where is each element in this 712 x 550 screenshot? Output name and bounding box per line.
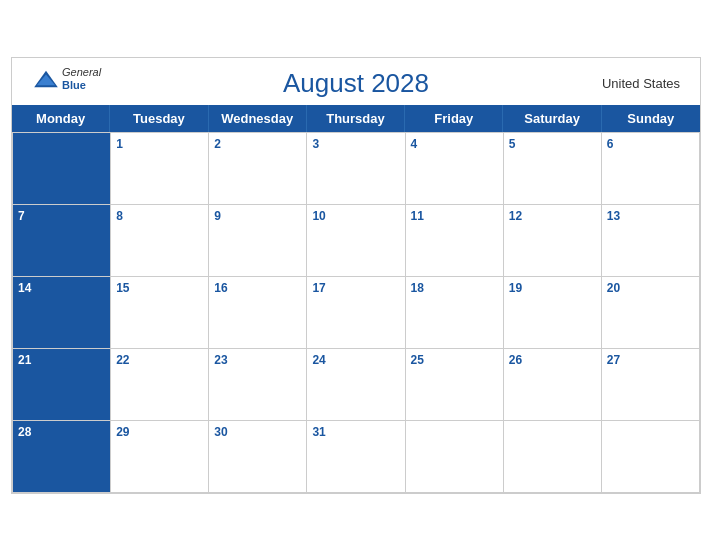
calendar-grid: 1234567891011121314151617181920212223242… xyxy=(12,132,700,493)
day-number: 3 xyxy=(312,137,399,151)
day-number: 30 xyxy=(214,425,301,439)
day-number: 5 xyxy=(509,137,596,151)
day-cell: 8 xyxy=(111,205,209,277)
day-number: 31 xyxy=(312,425,399,439)
day-number: 20 xyxy=(607,281,694,295)
day-cell xyxy=(406,421,504,493)
day-number: 22 xyxy=(116,353,203,367)
day-number: 10 xyxy=(312,209,399,223)
day-cell xyxy=(602,421,700,493)
logo-icon xyxy=(32,69,60,89)
day-cell: 16 xyxy=(209,277,307,349)
header-saturday: Saturday xyxy=(503,105,601,132)
calendar-header: General Blue August 2028 United States xyxy=(12,58,700,105)
day-number: 1 xyxy=(116,137,203,151)
day-number: 29 xyxy=(116,425,203,439)
day-cell: 30 xyxy=(209,421,307,493)
day-cell: 29 xyxy=(111,421,209,493)
day-cell: 26 xyxy=(504,349,602,421)
day-cell: 4 xyxy=(406,133,504,205)
header-friday: Friday xyxy=(405,105,503,132)
day-headers: Monday Tuesday Wednesday Thursday Friday… xyxy=(12,105,700,132)
day-cell: 10 xyxy=(307,205,405,277)
logo: General Blue xyxy=(32,66,101,92)
day-cell: 24 xyxy=(307,349,405,421)
day-cell: 12 xyxy=(504,205,602,277)
day-cell: 11 xyxy=(406,205,504,277)
country-label: United States xyxy=(602,76,680,91)
day-number: 15 xyxy=(116,281,203,295)
logo-general-text: General xyxy=(62,66,101,79)
day-cell: 2 xyxy=(209,133,307,205)
day-cell: 17 xyxy=(307,277,405,349)
day-cell: 21 xyxy=(13,349,111,421)
day-number: 16 xyxy=(214,281,301,295)
day-cell: 18 xyxy=(406,277,504,349)
day-cell: 7 xyxy=(13,205,111,277)
header-monday: Monday xyxy=(12,105,110,132)
header-sunday: Sunday xyxy=(602,105,700,132)
day-cell xyxy=(13,133,111,205)
day-cell: 22 xyxy=(111,349,209,421)
page-title: August 2028 xyxy=(283,68,429,99)
day-number: 24 xyxy=(312,353,399,367)
day-number: 12 xyxy=(509,209,596,223)
day-number: 26 xyxy=(509,353,596,367)
day-cell: 6 xyxy=(602,133,700,205)
day-number: 23 xyxy=(214,353,301,367)
day-number: 2 xyxy=(214,137,301,151)
day-number: 9 xyxy=(214,209,301,223)
day-number: 8 xyxy=(116,209,203,223)
day-cell: 15 xyxy=(111,277,209,349)
calendar: General Blue August 2028 United States M… xyxy=(11,57,701,494)
day-cell: 20 xyxy=(602,277,700,349)
logo-blue-text: Blue xyxy=(62,79,101,92)
day-cell: 5 xyxy=(504,133,602,205)
day-number: 17 xyxy=(312,281,399,295)
day-number: 25 xyxy=(411,353,498,367)
day-number: 14 xyxy=(18,281,31,295)
header-thursday: Thursday xyxy=(307,105,405,132)
day-number: 7 xyxy=(18,209,25,223)
day-number: 28 xyxy=(18,425,31,439)
day-cell: 14 xyxy=(13,277,111,349)
day-number: 27 xyxy=(607,353,694,367)
day-number: 11 xyxy=(411,209,498,223)
day-cell: 19 xyxy=(504,277,602,349)
day-cell: 9 xyxy=(209,205,307,277)
day-number: 21 xyxy=(18,353,31,367)
header-tuesday: Tuesday xyxy=(110,105,208,132)
day-cell: 23 xyxy=(209,349,307,421)
header-wednesday: Wednesday xyxy=(209,105,307,132)
day-number: 13 xyxy=(607,209,694,223)
day-cell: 13 xyxy=(602,205,700,277)
day-cell: 3 xyxy=(307,133,405,205)
day-number: 6 xyxy=(607,137,694,151)
day-cell: 25 xyxy=(406,349,504,421)
day-cell: 1 xyxy=(111,133,209,205)
day-cell: 27 xyxy=(602,349,700,421)
day-cell: 28 xyxy=(13,421,111,493)
day-number: 19 xyxy=(509,281,596,295)
day-number: 18 xyxy=(411,281,498,295)
day-number: 4 xyxy=(411,137,498,151)
day-cell xyxy=(504,421,602,493)
day-cell: 31 xyxy=(307,421,405,493)
